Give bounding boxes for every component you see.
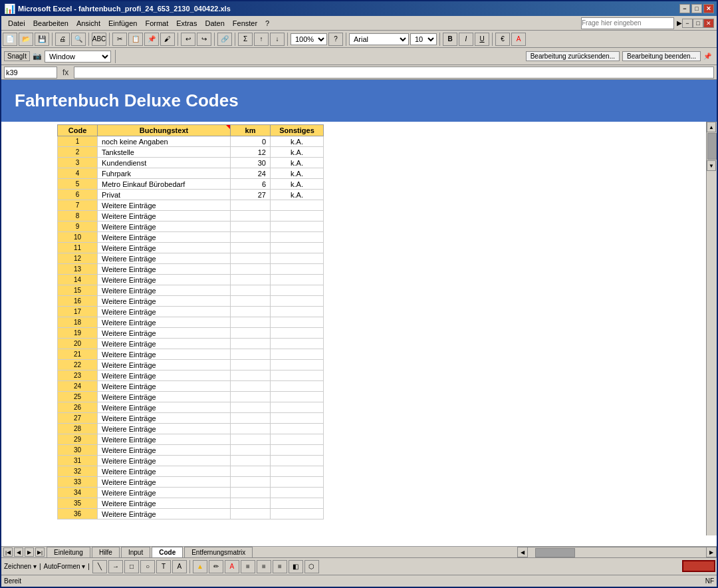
cell-sonstiges[interactable]: k.A.	[271, 190, 324, 200]
cell-km[interactable]	[231, 488, 271, 498]
sheet-tab-code[interactable]: Code	[152, 547, 183, 557]
cell-code[interactable]: 7	[58, 200, 98, 211]
cell-sonstiges[interactable]	[271, 253, 324, 264]
cell-code[interactable]: 10	[58, 232, 98, 243]
sheet-tab-input[interactable]: Input	[121, 547, 150, 557]
wordart-button[interactable]: A	[172, 560, 187, 573]
cell-km[interactable]: 27	[231, 190, 271, 200]
cell-buchungstext[interactable]: Weitere Einträge	[98, 370, 231, 381]
cell-sonstiges[interactable]	[271, 456, 324, 466]
cell-buchungstext[interactable]: Weitere Einträge	[98, 200, 231, 211]
cell-km[interactable]	[231, 275, 271, 285]
cell-km[interactable]	[231, 477, 271, 488]
cell-sonstiges[interactable]	[271, 264, 324, 275]
cell-code[interactable]: 14	[58, 275, 98, 285]
vertical-scrollbar[interactable]: ▲ ▼	[706, 122, 717, 535]
cell-buchungstext[interactable]: Weitere Einträge	[98, 477, 231, 488]
cell-sonstiges[interactable]	[271, 275, 324, 285]
cell-code[interactable]: 23	[58, 370, 98, 381]
menu-item-help[interactable]: ?	[261, 18, 273, 29]
cell-sonstiges[interactable]	[271, 509, 324, 519]
oval-button[interactable]: ○	[140, 560, 155, 573]
cell-sonstiges[interactable]	[271, 392, 324, 402]
cell-code[interactable]: 13	[58, 264, 98, 275]
cell-km[interactable]	[231, 456, 271, 466]
tab-prev-button[interactable]: ◀	[14, 547, 23, 557]
line-button[interactable]: ╲	[92, 560, 107, 573]
currency-button[interactable]: €	[495, 33, 510, 46]
rect-button[interactable]: □	[124, 560, 139, 573]
tab-last-button[interactable]: ▶|	[35, 547, 45, 557]
cell-code[interactable]: 9	[58, 221, 98, 232]
cell-buchungstext[interactable]: Weitere Einträge	[98, 307, 231, 317]
cell-code[interactable]: 1	[58, 136, 98, 147]
cell-code[interactable]: 25	[58, 392, 98, 402]
spell-check-button[interactable]: ABC	[92, 33, 106, 46]
sheet-tab-einleitung[interactable]: Einleitung	[47, 547, 90, 557]
fill-color-button[interactable]: ▲	[193, 560, 207, 573]
menu-item-extras[interactable]: Extras	[172, 18, 201, 29]
cell-km[interactable]: 24	[231, 168, 271, 179]
font-color-button[interactable]: A	[511, 33, 526, 46]
cell-buchungstext[interactable]: Privat	[98, 190, 231, 200]
cell-code[interactable]: 11	[58, 243, 98, 253]
cell-km[interactable]: 0	[231, 136, 271, 147]
menu-item-bearbeiten[interactable]: Bearbeiten	[29, 18, 72, 29]
cell-buchungstext[interactable]: Kundendienst	[98, 158, 231, 168]
cell-code[interactable]: 5	[58, 179, 98, 190]
cell-sonstiges[interactable]	[271, 498, 324, 509]
cell-buchungstext[interactable]: Fuhrpark	[98, 168, 231, 179]
minimize-button[interactable]: −	[679, 4, 690, 13]
3d-button[interactable]: ⬡	[304, 560, 319, 573]
cell-buchungstext[interactable]: Weitere Einträge	[98, 456, 231, 466]
arrow-button[interactable]: →	[108, 560, 123, 573]
bold-button[interactable]: B	[443, 33, 457, 46]
cell-km[interactable]: 30	[231, 158, 271, 168]
copy-button[interactable]: 📋	[128, 33, 143, 46]
cell-sonstiges[interactable]	[271, 466, 324, 477]
shadow-button[interactable]: ◧	[289, 560, 303, 573]
cell-km[interactable]	[231, 221, 271, 232]
new-button[interactable]: 📄	[3, 33, 17, 46]
cell-buchungstext[interactable]: Weitere Einträge	[98, 466, 231, 477]
horizontal-scroll[interactable]: ◀ ▶	[517, 547, 717, 557]
cell-sonstiges[interactable]	[271, 370, 324, 381]
cell-code[interactable]: 4	[58, 168, 98, 179]
cell-sonstiges[interactable]: k.A.	[271, 158, 324, 168]
align-right-button[interactable]: ≡	[273, 560, 287, 573]
cell-sonstiges[interactable]	[271, 402, 324, 413]
cell-sonstiges[interactable]	[271, 296, 324, 307]
cell-sonstiges[interactable]	[271, 211, 324, 221]
cell-sonstiges[interactable]	[271, 285, 324, 296]
menu-item-datei[interactable]: Datei	[4, 18, 29, 29]
cell-code[interactable]: 24	[58, 381, 98, 392]
cell-sonstiges[interactable]: k.A.	[271, 168, 324, 179]
underline-button[interactable]: U	[475, 33, 489, 46]
cell-code[interactable]: 17	[58, 307, 98, 317]
cell-km[interactable]	[231, 211, 271, 221]
cell-buchungstext[interactable]: Weitere Einträge	[98, 253, 231, 264]
cell-code[interactable]: 26	[58, 402, 98, 413]
cell-km[interactable]	[231, 392, 271, 402]
window-combo[interactable]: Window	[45, 51, 111, 63]
cell-sonstiges[interactable]: k.A.	[271, 136, 324, 147]
font-color-button2[interactable]: A	[225, 560, 239, 573]
cell-km[interactable]	[231, 360, 271, 370]
cell-km[interactable]	[231, 349, 271, 360]
cell-code[interactable]: 31	[58, 456, 98, 466]
zoom-help-button[interactable]: ?	[328, 33, 343, 46]
undo-button[interactable]: ↩	[181, 33, 195, 46]
cell-code[interactable]: 22	[58, 360, 98, 370]
cell-code[interactable]: 15	[58, 285, 98, 296]
cell-km[interactable]	[231, 296, 271, 307]
cell-buchungstext[interactable]: Weitere Einträge	[98, 243, 231, 253]
cell-km[interactable]	[231, 328, 271, 339]
cell-buchungstext[interactable]: Weitere Einträge	[98, 360, 231, 370]
cell-code[interactable]: 12	[58, 253, 98, 264]
cell-km[interactable]	[231, 445, 271, 456]
cell-sonstiges[interactable]	[271, 413, 324, 424]
hyperlink-button[interactable]: 🔗	[217, 33, 232, 46]
cell-km[interactable]	[231, 253, 271, 264]
cell-sonstiges[interactable]: k.A.	[271, 147, 324, 158]
align-left-button[interactable]: ≡	[241, 560, 255, 573]
